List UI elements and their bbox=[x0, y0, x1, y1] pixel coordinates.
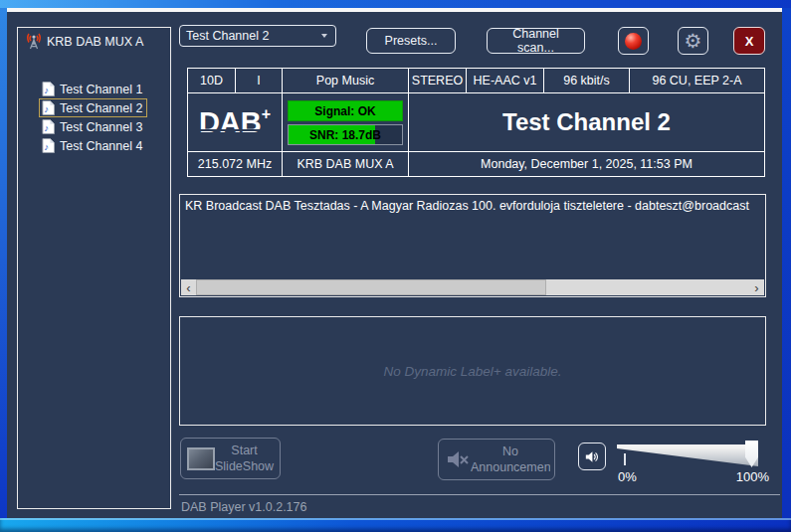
channel-name-display: Test Channel 2 bbox=[408, 92, 765, 152]
scrollbar-thumb[interactable] bbox=[196, 279, 546, 295]
now-playing-table: 10D I Pop Music STEREO HE-AAC v1 96 kbit… bbox=[187, 68, 766, 177]
tree-root-label: KRB DAB MUX A bbox=[47, 35, 143, 49]
dl-plus-empty-message: No Dynamic Label+ available. bbox=[384, 364, 562, 379]
dab-plus-logo-cell: DAB+ bbox=[187, 92, 283, 152]
channel-select-dropdown[interactable]: Test Channel 2 bbox=[179, 25, 336, 47]
app-version-status: DAB Player v1.0.2.176 bbox=[181, 500, 306, 514]
tree-item-label: Test Channel 1 bbox=[60, 83, 142, 96]
frequency-cell: 215.072 MHz bbox=[187, 151, 283, 177]
settings-button[interactable] bbox=[678, 27, 708, 55]
pty-flag-cell: I bbox=[235, 68, 283, 93]
slideshow-image-icon bbox=[187, 447, 215, 470]
tree-item-channel-1[interactable]: ♪ Test Channel 1 bbox=[39, 80, 147, 98]
music-note-file-icon: ♪ bbox=[42, 100, 55, 115]
window-frame-highlight bbox=[7, 8, 784, 12]
window-frame-left bbox=[0, 8, 7, 532]
scroll-left-arrow-icon[interactable] bbox=[181, 279, 196, 295]
volume-tick-mark bbox=[624, 453, 626, 465]
dynamic-label-panel: KR Broadcast DAB Tesztadas - A Magyar Ra… bbox=[179, 194, 766, 297]
music-note-file-icon: ♪ bbox=[42, 82, 55, 96]
svg-text:♪: ♪ bbox=[44, 123, 49, 133]
close-button[interactable]: X bbox=[733, 27, 765, 55]
volume-slider-track[interactable] bbox=[617, 444, 758, 448]
audio-mode-cell: STEREO bbox=[408, 68, 467, 93]
music-note-file-icon: ♪ bbox=[42, 138, 55, 153]
ensemble-name-cell: KRB DAB MUX A bbox=[282, 151, 409, 177]
genre-cell: Pop Music bbox=[282, 68, 409, 93]
close-icon: X bbox=[745, 34, 754, 49]
start-slideshow-button[interactable]: Start SlideShow bbox=[180, 438, 281, 479]
codec-cell: HE-AAC v1 bbox=[466, 68, 544, 93]
svg-text:♪: ♪ bbox=[44, 142, 49, 152]
service-id-cell: 10D bbox=[187, 68, 236, 93]
tree-item-label: Test Channel 3 bbox=[60, 120, 142, 134]
mute-toggle-button[interactable] bbox=[578, 443, 606, 470]
tree-item-channel-2-selected[interactable]: ♪ Test Channel 2 bbox=[39, 98, 147, 117]
music-note-file-icon: ♪ bbox=[42, 119, 55, 134]
bitrate-cell: 96 kbit/s bbox=[543, 68, 630, 93]
speaker-icon bbox=[585, 449, 599, 464]
dab-plus-logo: DAB+ bbox=[199, 108, 271, 137]
horizontal-scrollbar[interactable] bbox=[181, 279, 764, 295]
antenna-icon bbox=[26, 33, 42, 50]
window-frame-right bbox=[782, 8, 791, 532]
signal-status-bar: Signal: OK bbox=[288, 100, 403, 121]
gear-icon bbox=[685, 31, 702, 51]
tree-item-label: Test Channel 2 bbox=[60, 101, 142, 115]
tree-item-label: Test Channel 4 bbox=[60, 139, 142, 153]
signal-cell: Signal: OK SNR: 18.7dB bbox=[282, 92, 409, 152]
snr-meter: SNR: 18.7dB bbox=[288, 124, 403, 145]
volume-scale-labels: 0% 100% bbox=[618, 469, 769, 484]
window-frame-top bbox=[0, 0, 791, 8]
dab-player-window: KRB DAB MUX A ♪ Test Channel 1 ♪ T bbox=[0, 0, 791, 532]
protection-cell: 96 CU, EEP 2-A bbox=[629, 68, 765, 93]
announcement-button[interactable]: No Announcement bbox=[438, 439, 555, 480]
scroll-right-arrow-icon[interactable] bbox=[749, 279, 764, 295]
svg-text:♪: ♪ bbox=[44, 86, 49, 95]
chevron-down-icon bbox=[321, 34, 327, 38]
volume-max-label: 100% bbox=[736, 469, 769, 484]
statusbar-separator bbox=[179, 494, 780, 495]
tree-item-channel-3[interactable]: ♪ Test Channel 3 bbox=[39, 117, 147, 136]
tree-item-channel-4[interactable]: ♪ Test Channel 4 bbox=[39, 136, 147, 155]
volume-min-label: 0% bbox=[618, 469, 637, 484]
dl-plus-panel: No Dynamic Label+ available. bbox=[179, 316, 766, 426]
datetime-cell: Monday, December 1, 2025, 11:53 PM bbox=[408, 151, 765, 177]
record-dot-icon bbox=[625, 33, 642, 50]
channel-select-value: Test Channel 2 bbox=[186, 29, 321, 43]
window-frame-bottom bbox=[0, 518, 791, 532]
record-button[interactable] bbox=[618, 27, 649, 55]
ensemble-tree-panel: KRB DAB MUX A ♪ Test Channel 1 ♪ T bbox=[17, 27, 171, 509]
presets-button[interactable]: Presets... bbox=[366, 28, 456, 54]
svg-text:♪: ♪ bbox=[44, 104, 49, 114]
tree-root-ensemble[interactable]: KRB DAB MUX A bbox=[23, 32, 148, 51]
dynamic-label-text: KR Broadcast DAB Tesztadas - A Magyar Ra… bbox=[185, 199, 763, 213]
muted-speaker-icon bbox=[447, 449, 471, 469]
channel-scan-button[interactable]: Channel scan... bbox=[487, 28, 585, 54]
